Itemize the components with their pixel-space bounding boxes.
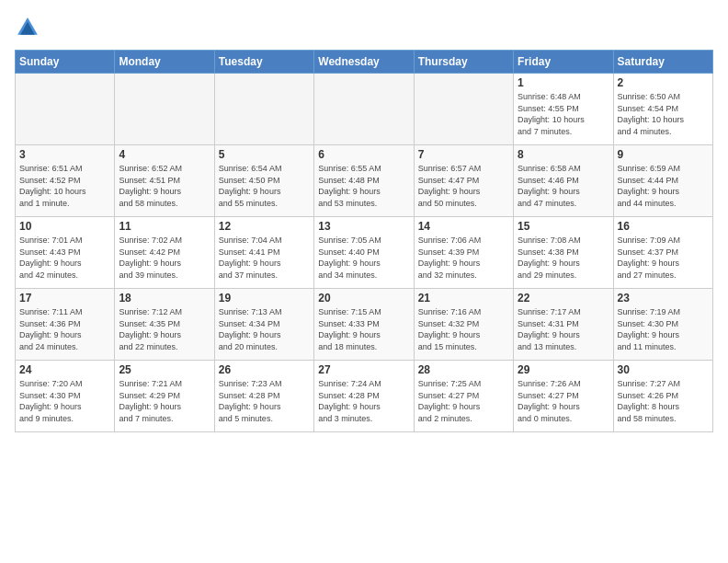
- day-number: 30: [618, 363, 709, 376]
- day-number: 16: [618, 220, 709, 233]
- calendar-cell: 23Sunrise: 7:19 AM Sunset: 4:30 PM Dayli…: [613, 289, 712, 361]
- calendar-cell: 24Sunrise: 7:20 AM Sunset: 4:30 PM Dayli…: [16, 361, 115, 432]
- day-info: Sunrise: 6:59 AM Sunset: 4:44 PM Dayligh…: [618, 163, 709, 209]
- day-number: 1: [518, 76, 609, 89]
- day-number: 5: [219, 148, 310, 161]
- day-number: 26: [219, 363, 310, 376]
- weekday-wednesday: Wednesday: [314, 51, 414, 74]
- calendar-cell: 30Sunrise: 7:27 AM Sunset: 4:26 PM Dayli…: [613, 361, 712, 432]
- generalblue-logo-icon: [15, 15, 40, 40]
- weekday-saturday: Saturday: [613, 51, 712, 74]
- calendar-cell: 26Sunrise: 7:23 AM Sunset: 4:28 PM Dayli…: [214, 361, 313, 432]
- calendar-cell: 9Sunrise: 6:59 AM Sunset: 4:44 PM Daylig…: [613, 145, 712, 217]
- weekday-friday: Friday: [514, 51, 613, 74]
- day-number: 7: [418, 148, 509, 161]
- day-number: 23: [618, 292, 709, 304]
- logo: [15, 15, 40, 40]
- day-number: 17: [19, 292, 110, 304]
- day-info: Sunrise: 6:50 AM Sunset: 4:54 PM Dayligh…: [618, 91, 709, 137]
- day-info: Sunrise: 6:51 AM Sunset: 4:52 PM Dayligh…: [19, 163, 110, 209]
- day-number: 14: [418, 220, 509, 233]
- day-number: 6: [318, 148, 409, 161]
- day-number: 3: [19, 148, 110, 161]
- day-info: Sunrise: 7:01 AM Sunset: 4:43 PM Dayligh…: [19, 235, 110, 281]
- day-info: Sunrise: 7:20 AM Sunset: 4:30 PM Dayligh…: [19, 378, 110, 424]
- calendar-cell: [414, 74, 513, 145]
- calendar-cell: 18Sunrise: 7:12 AM Sunset: 4:35 PM Dayli…: [115, 289, 214, 361]
- day-number: 13: [318, 220, 409, 233]
- weekday-thursday: Thursday: [414, 51, 513, 74]
- calendar-cell: 3Sunrise: 6:51 AM Sunset: 4:52 PM Daylig…: [16, 145, 115, 217]
- page: SundayMondayTuesdayWednesdayThursdayFrid…: [0, 0, 728, 440]
- day-info: Sunrise: 7:21 AM Sunset: 4:29 PM Dayligh…: [119, 378, 210, 424]
- calendar-cell: 25Sunrise: 7:21 AM Sunset: 4:29 PM Dayli…: [115, 361, 214, 432]
- calendar-cell: 29Sunrise: 7:26 AM Sunset: 4:27 PM Dayli…: [514, 361, 613, 432]
- calendar-cell: 16Sunrise: 7:09 AM Sunset: 4:37 PM Dayli…: [613, 217, 712, 289]
- calendar-table: SundayMondayTuesdayWednesdayThursdayFrid…: [15, 50, 713, 432]
- day-number: 21: [418, 292, 509, 304]
- calendar-cell: 10Sunrise: 7:01 AM Sunset: 4:43 PM Dayli…: [16, 217, 115, 289]
- day-number: 28: [418, 363, 509, 376]
- day-info: Sunrise: 7:23 AM Sunset: 4:28 PM Dayligh…: [219, 378, 310, 424]
- calendar-cell: [314, 74, 414, 145]
- day-number: 12: [219, 220, 310, 233]
- calendar-cell: 21Sunrise: 7:16 AM Sunset: 4:32 PM Dayli…: [414, 289, 513, 361]
- calendar-week-3: 10Sunrise: 7:01 AM Sunset: 4:43 PM Dayli…: [16, 217, 713, 289]
- day-info: Sunrise: 7:08 AM Sunset: 4:38 PM Dayligh…: [518, 235, 609, 281]
- calendar-week-1: 1Sunrise: 6:48 AM Sunset: 4:55 PM Daylig…: [16, 74, 713, 145]
- day-info: Sunrise: 7:13 AM Sunset: 4:34 PM Dayligh…: [219, 306, 310, 352]
- calendar-cell: 6Sunrise: 6:55 AM Sunset: 4:48 PM Daylig…: [314, 145, 414, 217]
- day-number: 15: [518, 220, 609, 233]
- day-number: 11: [119, 220, 210, 233]
- header: [15, 15, 713, 40]
- calendar-cell: [16, 74, 115, 145]
- day-info: Sunrise: 7:11 AM Sunset: 4:36 PM Dayligh…: [19, 306, 110, 352]
- calendar-cell: 20Sunrise: 7:15 AM Sunset: 4:33 PM Dayli…: [314, 289, 414, 361]
- calendar-cell: 1Sunrise: 6:48 AM Sunset: 4:55 PM Daylig…: [514, 74, 613, 145]
- day-number: 10: [19, 220, 110, 233]
- weekday-header-row: SundayMondayTuesdayWednesdayThursdayFrid…: [16, 51, 713, 74]
- day-info: Sunrise: 7:15 AM Sunset: 4:33 PM Dayligh…: [318, 306, 409, 352]
- day-number: 19: [219, 292, 310, 304]
- day-number: 4: [119, 148, 210, 161]
- day-number: 25: [119, 363, 210, 376]
- day-info: Sunrise: 7:16 AM Sunset: 4:32 PM Dayligh…: [418, 306, 509, 352]
- day-number: 24: [19, 363, 110, 376]
- day-number: 29: [518, 363, 609, 376]
- day-number: 2: [618, 76, 709, 89]
- calendar-cell: 17Sunrise: 7:11 AM Sunset: 4:36 PM Dayli…: [16, 289, 115, 361]
- day-info: Sunrise: 7:19 AM Sunset: 4:30 PM Dayligh…: [618, 306, 709, 352]
- calendar-week-2: 3Sunrise: 6:51 AM Sunset: 4:52 PM Daylig…: [16, 145, 713, 217]
- weekday-tuesday: Tuesday: [214, 51, 313, 74]
- day-info: Sunrise: 6:54 AM Sunset: 4:50 PM Dayligh…: [219, 163, 310, 209]
- day-number: 20: [318, 292, 409, 304]
- day-info: Sunrise: 7:24 AM Sunset: 4:28 PM Dayligh…: [318, 378, 409, 424]
- day-number: 22: [518, 292, 609, 304]
- calendar-cell: [214, 74, 313, 145]
- day-info: Sunrise: 6:48 AM Sunset: 4:55 PM Dayligh…: [518, 91, 609, 137]
- calendar-week-5: 24Sunrise: 7:20 AM Sunset: 4:30 PM Dayli…: [16, 361, 713, 432]
- weekday-monday: Monday: [115, 51, 214, 74]
- calendar-cell: 8Sunrise: 6:58 AM Sunset: 4:46 PM Daylig…: [514, 145, 613, 217]
- calendar-week-4: 17Sunrise: 7:11 AM Sunset: 4:36 PM Dayli…: [16, 289, 713, 361]
- day-info: Sunrise: 7:12 AM Sunset: 4:35 PM Dayligh…: [119, 306, 210, 352]
- day-number: 8: [518, 148, 609, 161]
- calendar-cell: 28Sunrise: 7:25 AM Sunset: 4:27 PM Dayli…: [414, 361, 513, 432]
- day-info: Sunrise: 7:02 AM Sunset: 4:42 PM Dayligh…: [119, 235, 210, 281]
- day-info: Sunrise: 6:52 AM Sunset: 4:51 PM Dayligh…: [119, 163, 210, 209]
- day-info: Sunrise: 6:57 AM Sunset: 4:47 PM Dayligh…: [418, 163, 509, 209]
- day-info: Sunrise: 7:17 AM Sunset: 4:31 PM Dayligh…: [518, 306, 609, 352]
- calendar-cell: 7Sunrise: 6:57 AM Sunset: 4:47 PM Daylig…: [414, 145, 513, 217]
- calendar-cell: 12Sunrise: 7:04 AM Sunset: 4:41 PM Dayli…: [214, 217, 313, 289]
- calendar-cell: 5Sunrise: 6:54 AM Sunset: 4:50 PM Daylig…: [214, 145, 313, 217]
- calendar-cell: 22Sunrise: 7:17 AM Sunset: 4:31 PM Dayli…: [514, 289, 613, 361]
- day-info: Sunrise: 7:06 AM Sunset: 4:39 PM Dayligh…: [418, 235, 509, 281]
- calendar-cell: 13Sunrise: 7:05 AM Sunset: 4:40 PM Dayli…: [314, 217, 414, 289]
- calendar-cell: 19Sunrise: 7:13 AM Sunset: 4:34 PM Dayli…: [214, 289, 313, 361]
- day-info: Sunrise: 7:04 AM Sunset: 4:41 PM Dayligh…: [219, 235, 310, 281]
- calendar-cell: 14Sunrise: 7:06 AM Sunset: 4:39 PM Dayli…: [414, 217, 513, 289]
- day-info: Sunrise: 7:09 AM Sunset: 4:37 PM Dayligh…: [618, 235, 709, 281]
- calendar-cell: 4Sunrise: 6:52 AM Sunset: 4:51 PM Daylig…: [115, 145, 214, 217]
- calendar-cell: 2Sunrise: 6:50 AM Sunset: 4:54 PM Daylig…: [613, 74, 712, 145]
- day-info: Sunrise: 6:55 AM Sunset: 4:48 PM Dayligh…: [318, 163, 409, 209]
